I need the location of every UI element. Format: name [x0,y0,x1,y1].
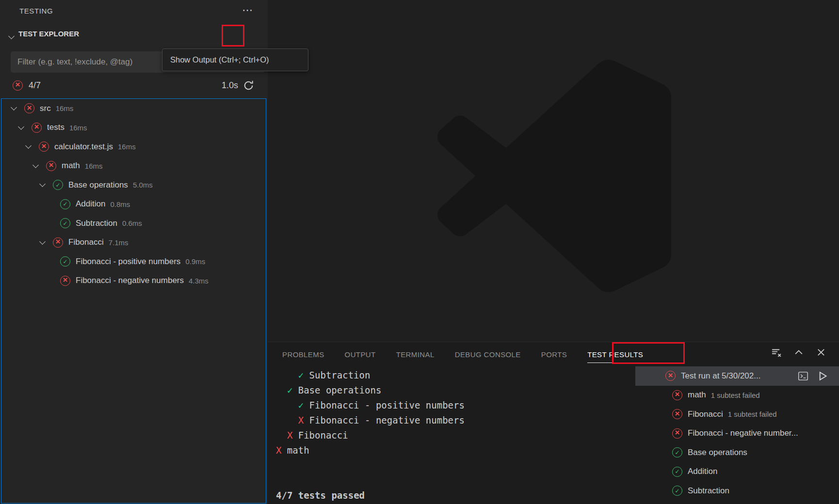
x-mark-icon: X [298,415,304,425]
fail-circle-icon [53,237,63,248]
terminal-line: ✓Base operations [276,383,465,398]
tree-item-fibonacci[interactable]: Fibonacci 7.1ms [1,233,266,252]
chevron-down-icon[interactable] [8,105,19,112]
result-row-addition[interactable]: Addition [635,462,839,482]
tree-item-label: Fibonacci [68,237,104,247]
sidebar-more-actions-icon[interactable]: ⋯ [242,4,253,16]
result-row-base-operations[interactable]: Base operations [635,443,839,462]
tree-item-duration: 0.9ms [185,257,205,266]
tree-item-fibonacci-positive[interactable]: Fibonacci - positive numbers 0.9ms [1,252,266,271]
tree-item-duration: 5.0ms [133,181,153,189]
tab-debug-console[interactable]: DEBUG CONSOLE [455,344,521,365]
terminal-line: XFibonacci [276,428,465,443]
clear-all-icon[interactable] [771,347,782,358]
terminal-line: Xmath [276,443,465,458]
fail-circle-icon [665,371,676,381]
result-row-label: Fibonacci - negative number... [688,428,798,438]
vscode-window: TESTING ⋯ TEST EXPLORER ⋯ [0,0,839,504]
fail-circle-icon [672,409,682,419]
chevron-down-icon[interactable] [23,143,33,151]
pass-circle-icon [60,256,70,267]
pass-circle-icon [60,218,70,228]
tree-item-label: Base operations [68,180,128,190]
result-row-fibonacci[interactable]: Fibonacci 1 subtest failed [635,405,839,424]
terminal-line: XFibonacci - negative numbers [276,413,465,428]
tree-item-tests[interactable]: tests 16ms [1,118,266,138]
test-summary-row: 4/7 1.0s [0,76,268,95]
vscode-watermark-logo [429,59,679,293]
testing-sidebar: TESTING ⋯ TEST EXPLORER ⋯ [0,0,268,504]
result-row-partial[interactable] [635,501,839,504]
fail-circle-icon [672,390,682,400]
show-output-tooltip: Show Output (Ctrl+; Ctrl+O) [162,48,308,71]
panel-tab-bar: PROBLEMS OUTPUT TERMINAL DEBUG CONSOLE P… [268,342,839,366]
result-row-label: Test run at 5/30/202... [681,371,760,381]
tooltip-text: Show Output (Ctrl+; Ctrl+O) [170,55,269,64]
tree-item-duration: 16ms [69,124,87,132]
panel-actions [771,347,826,358]
pass-circle-icon [53,180,63,190]
result-row-label: math [688,390,706,400]
tree-item-label: calculator.test.js [54,142,113,152]
tab-output[interactable]: OUTPUT [345,344,376,365]
tree-item-duration: 16ms [118,142,136,151]
section-title: TEST EXPLORER [18,30,79,38]
tree-item-duration: 16ms [56,104,74,112]
result-row-fibonacci-negative[interactable]: Fibonacci - negative number... [635,424,839,443]
check-mark-icon: ✓ [298,370,304,380]
fail-circle-icon [13,80,23,91]
tree-item-duration: 16ms [85,162,103,170]
chevron-down-icon[interactable] [16,124,26,131]
tree-item-label: Subtraction [76,219,117,228]
tab-test-results[interactable]: TEST RESULTS [587,344,643,365]
sidebar-title: TESTING [19,7,53,15]
x-mark-icon: X [287,430,292,441]
result-row-description: 1 subtest failed [711,391,760,399]
chevron-down-icon[interactable] [37,238,48,246]
refresh-icon[interactable] [243,80,254,91]
tab-terminal[interactable]: TERMINAL [396,344,435,365]
tree-item-duration: 0.6ms [122,219,142,227]
result-row-label: Addition [688,467,717,476]
close-panel-icon[interactable] [816,347,826,358]
chevron-down-icon[interactable] [6,33,16,41]
fail-circle-icon [46,161,56,171]
chevron-down-icon[interactable] [37,181,48,189]
test-tree: src 16ms tests 16ms calculator.test.js 1… [1,98,266,504]
tree-item-duration: 4.3ms [189,277,209,285]
result-row-label: Fibonacci [688,410,723,419]
tree-item-label: math [62,161,80,171]
tree-item-duration: 0.8ms [110,200,130,208]
pass-circle-icon [672,447,682,457]
fail-circle-icon [24,103,34,113]
result-row-math[interactable]: math 1 subtest failed [635,386,839,405]
pass-circle-icon [672,467,682,477]
result-row-label: Subtraction [688,486,729,496]
tree-item-label: src [40,104,51,113]
tree-item-calculator-test-js[interactable]: calculator.test.js 16ms [1,137,266,157]
tab-problems[interactable]: PROBLEMS [282,344,324,365]
tree-item-fibonacci-negative[interactable]: Fibonacci - negative numbers 4.3ms [1,271,266,291]
tree-item-math[interactable]: math 16ms [1,157,266,176]
chevron-down-icon[interactable] [30,162,41,170]
test-run-duration: 1.0s [222,80,238,91]
tree-item-label: tests [47,123,65,132]
tree-item-label: Fibonacci - negative numbers [76,276,184,285]
show-output-icon[interactable] [797,370,809,382]
result-row-test-run[interactable]: Test run at 5/30/202... [635,366,839,386]
maximize-panel-icon[interactable] [793,347,804,358]
editor-area [268,0,839,342]
result-row-subtraction[interactable]: Subtraction [635,481,839,501]
tree-item-src[interactable]: src 16ms [1,99,266,118]
check-mark-icon: ✓ [287,385,292,395]
tree-item-base-operations[interactable]: Base operations 5.0ms [1,175,266,195]
fail-circle-icon [60,276,70,286]
tree-item-subtraction[interactable]: Subtraction 0.6ms [1,214,266,233]
tab-ports[interactable]: PORTS [541,344,567,365]
tree-item-addition[interactable]: Addition 0.8ms [1,195,266,214]
rerun-icon[interactable] [817,370,828,382]
sidebar-header: TESTING ⋯ [0,0,268,22]
result-row-description: 1 subtest failed [728,410,777,418]
terminal-line: ✓Fibonacci - positive numbers [276,398,465,413]
tree-item-label: Addition [76,199,105,209]
